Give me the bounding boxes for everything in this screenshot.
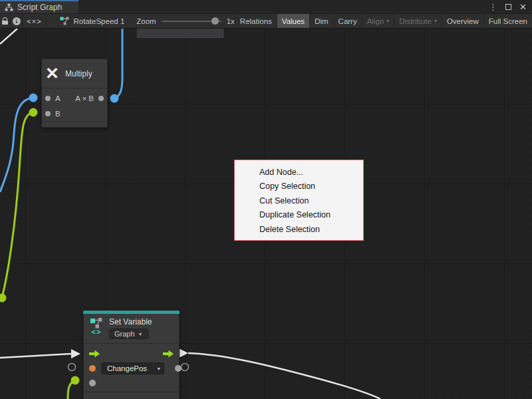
graph-icon <box>5 3 13 11</box>
variable-name: ChangePos <box>101 362 153 374</box>
graph-reference-label: RotateSpeed 1 <box>74 17 125 25</box>
wire-green-input[interactable] <box>2 112 33 297</box>
variable-input-port[interactable] <box>89 365 96 372</box>
output-port[interactable] <box>98 96 104 101</box>
value-row <box>84 376 179 390</box>
code-icon: <×> <box>27 17 41 25</box>
chevron-down-icon: ▼ <box>153 362 164 374</box>
value-input-port[interactable] <box>89 380 96 386</box>
variable-row: ChangePos ▼ <box>84 361 179 376</box>
window-menu-icon[interactable]: ⋮ <box>489 3 497 11</box>
tab-script-graph[interactable]: Script Graph <box>0 0 78 13</box>
input-port-b[interactable] <box>45 111 51 116</box>
graph-toolbar: i <×> RotateSpeed 1 Zoom 1x Relations Va… <box>0 13 532 29</box>
lock-button[interactable] <box>0 14 11 28</box>
toolbar-right-group: Relations Values Dim Carry Align ▾ Distr… <box>235 14 532 28</box>
port-ring-left[interactable] <box>68 364 76 371</box>
distribute-button[interactable]: Distribute ▾ <box>394 14 442 28</box>
full-screen-button[interactable]: Full Screen <box>483 14 532 28</box>
port-row-a: A A × B <box>42 90 107 106</box>
menu-item-copy-selection[interactable]: Copy Selection <box>235 180 363 194</box>
control-input-port[interactable] <box>89 350 100 358</box>
wire-endpoint-green <box>71 376 80 385</box>
menu-item-cut-selection[interactable]: Cut Selection <box>235 194 363 208</box>
wire-endpoint-green <box>0 294 7 303</box>
multiply-node[interactable]: ✕ Multiply A A × B B <box>41 59 108 128</box>
wire-endpoint-blue <box>110 94 119 103</box>
arrowhead-into-setvar <box>71 349 80 358</box>
multiply-ports: A A × B B <box>42 88 107 121</box>
multiply-icon: ✕ <box>45 65 59 82</box>
wire-white-topleft[interactable] <box>0 29 17 44</box>
zoom-control: Zoom 1x <box>136 14 235 28</box>
wire-endpoint-blue <box>29 94 38 102</box>
align-button[interactable]: Align ▾ <box>362 14 394 28</box>
set-variable-node[interactable]: <> Set Variable Graph ▼ ChangePos ▼ <box>83 311 180 399</box>
port-label-a: A <box>55 94 61 102</box>
close-icon[interactable]: ✕ <box>519 3 527 11</box>
chevron-down-icon: ▾ <box>386 19 389 24</box>
zoom-label: Zoom <box>136 17 156 25</box>
wire-blue-input[interactable] <box>0 98 33 192</box>
zoom-slider-handle[interactable] <box>211 17 219 25</box>
arrowhead-out-setvar <box>179 348 188 358</box>
context-menu: Add Node... Copy Selection Cut Selection… <box>234 160 364 241</box>
overview-button[interactable]: Overview <box>442 14 483 28</box>
edit-graph-button[interactable]: <×> <box>23 14 46 28</box>
multiply-title: Multiply <box>65 69 92 78</box>
tab-title: Script Graph <box>17 3 62 12</box>
graph-canvas[interactable]: ✕ Multiply A A × B B <box>0 29 532 399</box>
window-controls: ⋮ ✕ <box>489 0 527 13</box>
zoom-slider[interactable] <box>162 21 221 22</box>
set-variable-ports: ChangePos ▼ <box>84 343 179 390</box>
carry-button[interactable]: Carry <box>333 14 362 28</box>
chevron-down-icon: ▼ <box>138 332 143 336</box>
control-output-port[interactable] <box>163 350 174 358</box>
set-variable-header: <> Set Variable Graph ▼ <box>84 314 179 343</box>
relations-button[interactable]: Relations <box>235 14 277 28</box>
set-variable-title: Set Variable <box>109 317 152 327</box>
set-variable-icon <box>90 317 103 329</box>
port-label-b: B <box>55 110 61 118</box>
set-variable-footer <box>84 392 179 399</box>
values-button[interactable]: Values <box>277 14 309 28</box>
wire-white-out-setvar[interactable] <box>188 353 380 399</box>
code-brackets-icon: <> <box>92 329 102 336</box>
variable-name-dropdown[interactable]: ChangePos ▼ <box>101 362 164 374</box>
chevron-down-icon: ▾ <box>434 19 437 24</box>
zoom-value: 1x <box>227 17 235 25</box>
script-graph-icon <box>60 17 70 25</box>
wire-blue-output[interactable] <box>114 29 122 98</box>
graph-breadcrumb[interactable]: RotateSpeed 1 <box>56 14 129 28</box>
output-label: A × B <box>75 94 94 102</box>
info-button[interactable]: i <box>11 14 23 28</box>
wire-white-into-setvar[interactable] <box>0 354 71 358</box>
dim-button[interactable]: Dim <box>309 14 332 28</box>
control-flow-row <box>84 346 179 361</box>
multiply-footer <box>42 121 107 127</box>
tab-bar: Script Graph ⋮ ✕ <box>0 0 532 13</box>
input-port-a[interactable] <box>45 96 51 101</box>
panel-fragment <box>137 29 223 38</box>
port-ring-right[interactable] <box>182 364 189 371</box>
info-icon: i <box>13 17 21 25</box>
multiply-header: ✕ Multiply <box>42 59 107 88</box>
wire-endpoint-green <box>29 108 38 117</box>
menu-item-add-node[interactable]: Add Node... <box>235 165 363 180</box>
menu-item-delete-selection[interactable]: Delete Selection <box>235 222 363 237</box>
port-row-b: B <box>42 106 107 121</box>
variable-scope-dropdown[interactable]: Graph ▼ <box>109 329 148 339</box>
menu-item-duplicate-selection[interactable]: Duplicate Selection <box>235 208 363 223</box>
maximize-icon[interactable] <box>505 4 511 10</box>
